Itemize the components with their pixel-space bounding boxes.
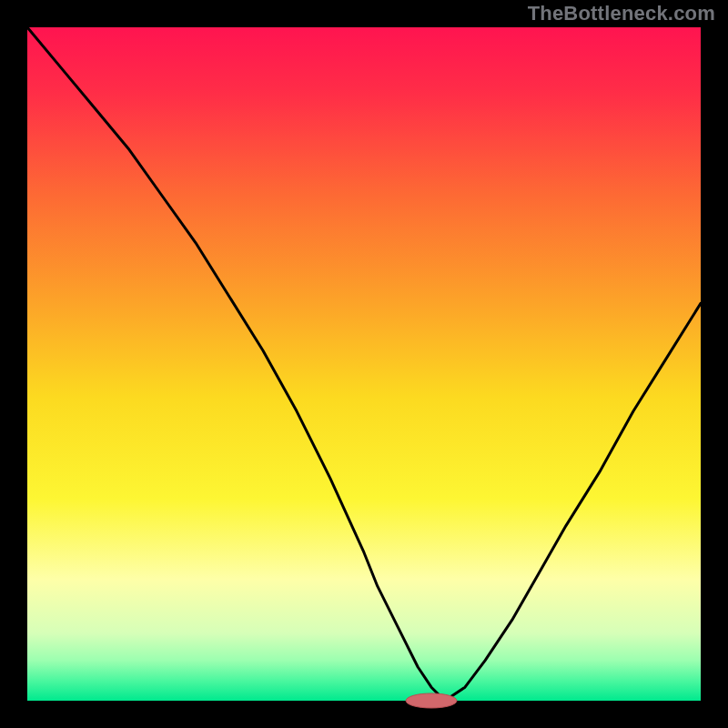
- watermark-text: TheBottleneck.com: [528, 2, 715, 25]
- optimum-marker: [406, 693, 457, 708]
- chart-frame: { "watermark": "TheBottleneck.com", "col…: [0, 0, 728, 728]
- bottleneck-chart: [0, 0, 728, 728]
- plot-background: [27, 27, 701, 701]
